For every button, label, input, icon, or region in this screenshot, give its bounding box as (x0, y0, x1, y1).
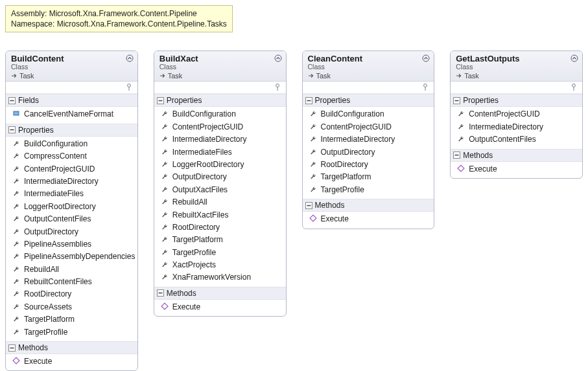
member-row[interactable]: ContentProjectGUID (154, 121, 286, 133)
section-header-methods[interactable]: Methods (451, 149, 582, 162)
section-header-properties[interactable]: Properties (451, 94, 582, 107)
member-row[interactable]: RootDirectory (154, 221, 286, 234)
property-icon (161, 172, 169, 180)
member-row[interactable]: CompressContent (6, 150, 137, 163)
member-row[interactable]: XactProjects (154, 259, 286, 271)
member-row[interactable]: Execute (303, 213, 434, 225)
class-box[interactable]: GetLastOutputsClassTaskPropertiesContent… (450, 51, 583, 179)
member-name: CompressContent (24, 151, 87, 162)
member-row[interactable]: TargetProfile (6, 326, 137, 339)
chevron-up-icon (422, 54, 430, 62)
member-row[interactable]: TargetPlatform (6, 313, 137, 326)
chevron-up-icon (126, 54, 134, 62)
collapse-icon (8, 97, 16, 104)
member-name: Execute (172, 302, 200, 313)
member-row[interactable]: ContentProjectGUID (451, 108, 582, 120)
member-row[interactable]: TargetProfile (303, 184, 434, 196)
property-icon (12, 328, 20, 335)
class-box[interactable]: CleanContentClassTaskPropertiesBuildConf… (302, 51, 435, 229)
property-icon (457, 109, 465, 117)
interface-row[interactable] (154, 82, 286, 94)
section-label: Fields (18, 96, 39, 105)
svg-point-0 (126, 55, 133, 62)
diagram-row: BuildContentClassTaskFieldsCancelEventNa… (5, 51, 583, 371)
class-header[interactable]: GetLastOutputsClassTask (451, 51, 582, 82)
member-name: RootDirectory (321, 159, 368, 170)
interface-row[interactable] (451, 82, 582, 94)
member-row[interactable]: PipelineAssemblies (6, 238, 137, 251)
member-row[interactable]: Execute (6, 355, 137, 368)
arrow-right-icon (159, 73, 166, 79)
interface-row[interactable] (303, 82, 434, 94)
class-box[interactable]: BuildXactClassTaskPropertiesBuildConfigu… (154, 51, 287, 317)
member-name: IntermediateDirectory (469, 122, 543, 133)
member-row[interactable]: TargetPlatform (154, 234, 286, 246)
member-row[interactable]: OutputContentFiles (451, 133, 582, 146)
member-row[interactable]: OutputXactFiles (154, 184, 286, 196)
member-row[interactable]: IntermediateFiles (154, 146, 286, 159)
member-name: BuildConfiguration (24, 139, 88, 150)
section-header-properties[interactable]: Properties (6, 124, 137, 137)
member-row[interactable]: OutputDirectory (6, 226, 137, 238)
property-icon (161, 148, 169, 155)
member-row[interactable]: PipelineAssemblyDependencies (6, 251, 137, 263)
class-title: GetLastOutputs (456, 54, 578, 63)
member-row[interactable]: LoggerRootDirectory (6, 201, 137, 213)
property-icon (309, 109, 317, 117)
class-header[interactable]: BuildXactClassTask (154, 51, 286, 82)
member-row[interactable]: ContentProjectGUID (6, 163, 137, 175)
member-row[interactable]: IntermediateDirectory (303, 133, 434, 146)
member-row[interactable]: RebuildAll (154, 196, 286, 208)
property-icon (161, 109, 169, 117)
member-row[interactable]: OutputContentFiles (6, 213, 137, 225)
member-name: OutputXactFiles (172, 185, 228, 196)
member-row[interactable]: CancelEventNameFormat (6, 108, 137, 120)
member-row[interactable]: IntermediateDirectory (451, 121, 582, 133)
section-header-properties[interactable]: Properties (303, 94, 434, 107)
member-row[interactable]: BuildConfiguration (154, 108, 286, 120)
member-row[interactable]: RebuildAll (6, 264, 137, 276)
svg-rect-34 (458, 165, 464, 172)
property-icon (161, 197, 169, 205)
member-row[interactable]: Execute (154, 301, 286, 313)
member-name: Execute (321, 214, 349, 225)
member-row[interactable]: SourceAssets (6, 301, 137, 313)
section-header-methods[interactable]: Methods (303, 199, 434, 212)
section-header-methods[interactable]: Methods (154, 287, 286, 300)
member-row[interactable]: Execute (451, 163, 582, 175)
class-header[interactable]: BuildContentClassTask (6, 51, 137, 82)
member-name: RebuildAll (172, 197, 207, 208)
section-body: Execute (451, 162, 582, 178)
section-header-properties[interactable]: Properties (154, 94, 286, 107)
member-row[interactable]: IntermediateDirectory (154, 133, 286, 146)
collapse-icon (157, 97, 164, 104)
section-body: Execute (6, 354, 137, 370)
member-row[interactable]: RebuiltContentFiles (6, 276, 137, 288)
member-row[interactable]: RootDirectory (303, 159, 434, 171)
member-row[interactable]: RootDirectory (6, 288, 137, 300)
interface-lollipop-icon (273, 83, 282, 92)
member-row[interactable]: RebuiltXactFiles (154, 209, 286, 221)
section-header-fields[interactable]: Fields (6, 94, 137, 107)
member-row[interactable]: BuildConfiguration (303, 108, 434, 120)
member-row[interactable]: OutputDirectory (303, 146, 434, 159)
member-name: PipelineAssemblyDependencies (24, 251, 135, 262)
member-row[interactable]: IntermediateDirectory (6, 175, 137, 188)
member-row[interactable]: ContentProjectGUID (303, 121, 434, 133)
svg-point-27 (571, 55, 578, 62)
class-header[interactable]: CleanContentClassTask (303, 51, 434, 82)
interface-lollipop-icon (421, 83, 430, 92)
base-class-row: Task (11, 72, 134, 80)
member-row[interactable]: TargetProfile (154, 247, 286, 259)
interface-row[interactable] (6, 82, 137, 94)
member-row[interactable]: IntermediateFiles (6, 188, 137, 200)
member-row[interactable]: TargetPlatform (303, 171, 434, 183)
section-body: BuildConfigurationContentProjectGUIDInte… (303, 107, 434, 199)
member-name: SourceAssets (24, 302, 72, 313)
member-row[interactable]: XnaFrameworkVersion (154, 271, 286, 284)
member-row[interactable]: LoggerRootDirectory (154, 159, 286, 171)
section-header-methods[interactable]: Methods (6, 341, 137, 354)
class-box[interactable]: BuildContentClassTaskFieldsCancelEventNa… (5, 51, 138, 371)
member-row[interactable]: OutputDirectory (154, 171, 286, 183)
member-row[interactable]: BuildConfiguration (6, 138, 137, 150)
